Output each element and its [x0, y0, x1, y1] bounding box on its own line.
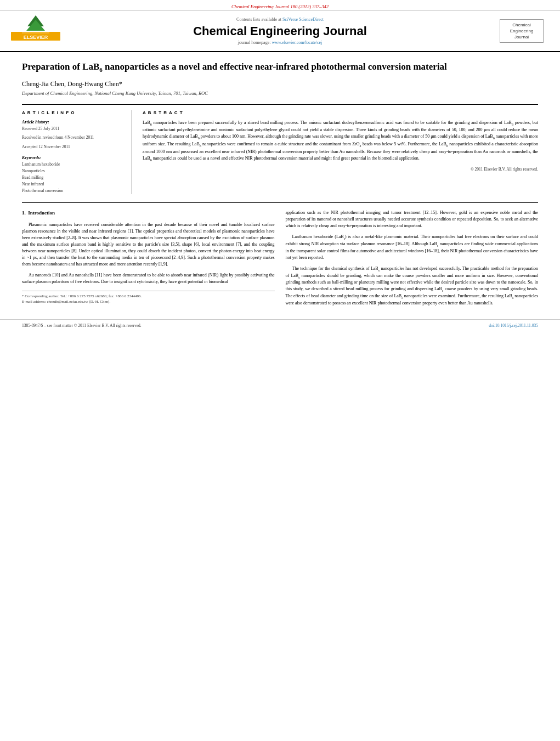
logo-line3: Journal: [514, 35, 529, 39]
logo-line1: Chemical: [512, 22, 530, 27]
keywords-label: Keywords:: [22, 155, 123, 160]
svg-text:ELSEVIER: ELSEVIER: [24, 35, 48, 40]
journal-logo-box: Chemical Engineering Journal: [500, 19, 544, 43]
journal-homepage: journal homepage: www.elsevier.com/locat…: [71, 40, 489, 45]
journal-title: Chemical Engineering Journal: [71, 24, 489, 38]
logo-line2: Engineering: [510, 29, 534, 33]
sciverse-line: Contents lists available at SciVerse Sci…: [71, 17, 489, 22]
right-para-2: Lanthanum hexaboride (LaB6) is also a me…: [286, 234, 539, 261]
journal-header: ELSEVIER Contents lists available at Sci…: [0, 11, 560, 52]
right-para-3: The technique for the chemical synthesis…: [286, 265, 539, 307]
copyright-line: © 2011 Elsevier B.V. All rights reserved…: [143, 167, 538, 172]
history-title: Article history:: [22, 120, 123, 125]
right-para-1: application such as the NIR photothermal…: [286, 210, 539, 229]
doi-line: doi:10.1016/j.cej.2011.11.035: [489, 323, 538, 328]
right-logo-block: Chemical Engineering Journal: [500, 19, 544, 43]
keyword-1: Lanthanum hexaboride: [22, 161, 123, 168]
issn-line: 1385-8947/$ – see front matter © 2011 El…: [22, 323, 142, 328]
sciverse-link[interactable]: SciVerse ScienceDirect: [282, 17, 324, 22]
header-center: Contents lists available at SciVerse Sci…: [71, 17, 489, 45]
keywords-list: Lanthanum hexaboride Nanoparticles Bead …: [22, 161, 123, 194]
received-date: Received 25 July 2011: [22, 126, 123, 132]
abstract-label: A B S T R A C T: [143, 110, 538, 115]
intro-para-1: Plasmonic nanoparticles have received co…: [22, 222, 275, 268]
authors: Cheng-Jia Chen, Dong-Hwang Chen*: [22, 80, 538, 88]
paper-title: Preparation of LaB6 nanoparticles as a n…: [22, 60, 538, 75]
article-info-column: A R T I C L E I N F O Article history: R…: [22, 110, 132, 195]
footnote-email: E-mail address: chendh@mail.ncku.edu.tw …: [22, 299, 275, 305]
abstract-text: LaB6 nanoparticles have been prepared su…: [143, 120, 538, 162]
accepted-date: Accepted 12 November 2011: [22, 144, 123, 150]
affiliation: Department of Chemical Engineering, Nati…: [22, 90, 538, 96]
keyword-4: Near infrared: [22, 181, 123, 188]
keyword-5: Photothermal conversion: [22, 188, 123, 194]
article-info-label: A R T I C L E I N F O: [22, 110, 123, 115]
top-bar: Chemical Engineering Journal 180 (2012) …: [0, 0, 560, 11]
footnote-corresponding: * Corresponding author. Tel.: +886 6 275…: [22, 293, 275, 299]
bottom-bar: 1385-8947/$ – see front matter © 2011 El…: [0, 319, 560, 331]
footnote-area: * Corresponding author. Tel.: +886 6 275…: [22, 291, 275, 305]
abstract-column: A B S T R A C T LaB6 nanoparticles have …: [143, 110, 538, 195]
keyword-2: Nanoparticles: [22, 168, 123, 174]
intro-para-2: Au nanorods [10] and Au nanoshells [11] …: [22, 272, 275, 285]
author-names: Cheng-Jia Chen, Dong-Hwang Chen*: [22, 80, 122, 88]
received-revised-date: Received in revised form 4 November 2011: [22, 135, 123, 141]
homepage-link[interactable]: www.elsevier.com/locate/cej: [271, 40, 322, 45]
body-left-col: 1. Introduction Plasmonic nanoparticles …: [22, 210, 275, 311]
body-two-col: 1. Introduction Plasmonic nanoparticles …: [22, 210, 538, 311]
section-divider: [22, 202, 538, 203]
keyword-3: Bead milling: [22, 174, 123, 181]
main-content: Preparation of LaB6 nanoparticles as a n…: [0, 52, 560, 319]
intro-heading: 1. Introduction: [22, 210, 275, 217]
journal-reference: Chemical Engineering Journal 180 (2012) …: [231, 4, 329, 9]
article-info-abstract-section: A R T I C L E I N F O Article history: R…: [22, 104, 538, 195]
elsevier-logo: ELSEVIER: [11, 15, 60, 47]
body-right-col: application such as the NIR photothermal…: [286, 210, 539, 311]
